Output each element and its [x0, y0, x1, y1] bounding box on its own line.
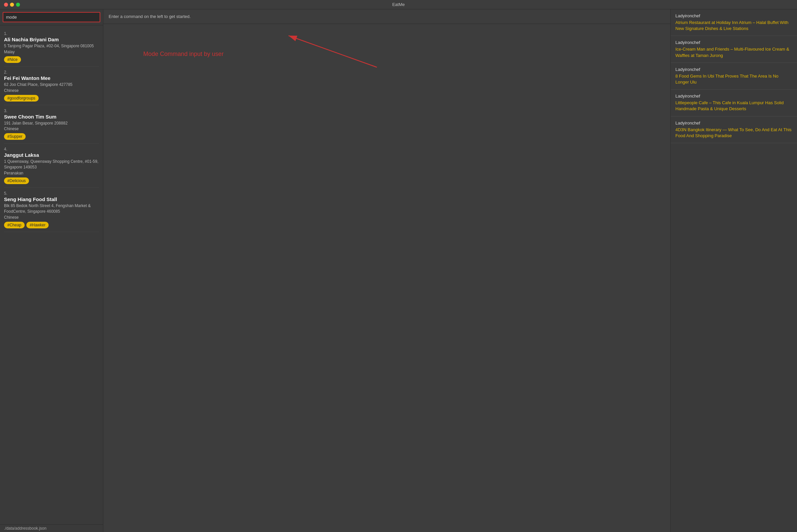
close-button[interactable]: [4, 3, 8, 7]
blog-item[interactable]: Ladyironchef8 Food Gems In Ubi That Prov…: [671, 63, 797, 90]
blog-author: Ladyironchef: [675, 13, 792, 18]
search-container: [0, 9, 103, 25]
restaurant-name: Fei Fei Wanton Mee: [4, 75, 99, 81]
list-item[interactable]: 4.Janggut Laksa1 Queensway, Queensway Sh…: [4, 144, 99, 188]
restaurant-number: 4.: [4, 147, 99, 151]
blog-title: 8 Food Gems In Ubi That Proves That The …: [675, 73, 792, 85]
restaurant-address: Blk 85 Bedok North Street 4, Fengshan Ma…: [4, 203, 99, 214]
restaurant-address: 5 Tanjong Pagar Plaza, #02-04, Singapore…: [4, 43, 99, 49]
restaurant-address: 1 Queensway, Queensway Shopping Centre, …: [4, 159, 99, 170]
restaurant-number: 3.: [4, 109, 99, 113]
restaurant-cuisine: Peranakan: [4, 171, 99, 175]
blog-title: Ice-Cream Man and Friends – Multi-Flavou…: [675, 46, 792, 58]
tags-container: #Cheap#Hawker: [4, 222, 99, 228]
blog-author: Ladyironchef: [675, 67, 792, 72]
restaurant-name: Ali Nachia Briyani Dam: [4, 37, 99, 42]
restaurant-address: 191 Jalan Besar, Singapore 208882: [4, 120, 99, 126]
blog-item[interactable]: LadyironchefLittlepeople Cafe – This Caf…: [671, 90, 797, 116]
left-panel: 1.Ali Nachia Briyani Dam5 Tanjong Pagar …: [0, 9, 103, 532]
restaurant-number: 5.: [4, 191, 99, 196]
blog-title: Littlepeople Cafe – This Cafe in Kuala L…: [675, 100, 792, 112]
blog-title: Atrium Restaurant at Holiday Inn Atrium …: [675, 20, 792, 32]
restaurant-name: Swee Choon Tim Sum: [4, 114, 99, 119]
restaurant-cuisine: Chinese: [4, 88, 99, 93]
blog-author: Ladyironchef: [675, 94, 792, 98]
traffic-lights: [4, 3, 20, 7]
tag[interactable]: #Supper: [4, 133, 26, 140]
tags-container: #goodforgroups: [4, 95, 99, 101]
tags-container: #Supper: [4, 133, 99, 140]
restaurant-number: 2.: [4, 70, 99, 75]
title-bar: EatMe: [0, 0, 797, 9]
blog-item[interactable]: Ladyironchef4D3N Bangkok Itinerary — Wha…: [671, 116, 797, 143]
tag[interactable]: #Hawker: [26, 222, 49, 228]
minimize-button[interactable]: [10, 3, 14, 7]
annotation-container: Mode Command input by user: [103, 24, 670, 532]
middle-panel: Enter a command on the left to get start…: [103, 9, 670, 532]
restaurant-name: Janggut Laksa: [4, 152, 99, 158]
blog-author: Ladyironchef: [675, 40, 792, 45]
restaurant-address: 62 Joo Chiat Place, Singapore 427785: [4, 82, 99, 88]
tag[interactable]: #goodforgroups: [4, 95, 39, 101]
app-container: 1.Ali Nachia Briyani Dam5 Tanjong Pagar …: [0, 9, 797, 532]
tag[interactable]: #Cheap: [4, 222, 25, 228]
tags-container: #Nice: [4, 56, 99, 63]
command-placeholder: Enter a command on the left to get start…: [109, 14, 191, 19]
list-item[interactable]: 1.Ali Nachia Briyani Dam5 Tanjong Pagar …: [4, 28, 99, 66]
maximize-button[interactable]: [16, 3, 20, 7]
app-title: EatMe: [392, 2, 405, 7]
restaurant-name: Seng Hiang Food Stall: [4, 196, 99, 202]
list-item[interactable]: 5.Seng Hiang Food StallBlk 85 Bedok Nort…: [4, 188, 99, 232]
blog-item[interactable]: LadyironchefAtrium Restaurant at Holiday…: [671, 9, 797, 36]
tag[interactable]: #Delicious: [4, 177, 29, 184]
list-item[interactable]: 2.Fei Fei Wanton Mee62 Joo Chiat Place, …: [4, 66, 99, 105]
tags-container: #Delicious: [4, 177, 99, 184]
search-input[interactable]: [3, 12, 100, 22]
tag[interactable]: #Nice: [4, 56, 21, 63]
restaurant-cuisine: Chinese: [4, 127, 99, 131]
restaurant-list: 1.Ali Nachia Briyani Dam5 Tanjong Pagar …: [0, 25, 103, 524]
status-bar: ./data/addressbook.json: [0, 524, 103, 532]
blog-item[interactable]: LadyironchefIce-Cream Man and Friends – …: [671, 36, 797, 62]
blog-author: Ladyironchef: [675, 120, 792, 126]
svg-line-1: [289, 36, 377, 67]
restaurant-cuisine: Malay: [4, 50, 99, 54]
restaurant-number: 1.: [4, 31, 99, 36]
restaurant-cuisine: Chinese: [4, 215, 99, 220]
right-panel: LadyironchefAtrium Restaurant at Holiday…: [670, 9, 797, 532]
list-item[interactable]: 3.Swee Choon Tim Sum191 Jalan Besar, Sin…: [4, 105, 99, 144]
mode-annotation: Mode Command input by user: [143, 51, 223, 58]
status-text: ./data/addressbook.json: [4, 526, 46, 531]
blog-title: 4D3N Bangkok Itinerary — What To See, Do…: [675, 127, 792, 139]
command-bar: Enter a command on the left to get start…: [103, 9, 670, 24]
